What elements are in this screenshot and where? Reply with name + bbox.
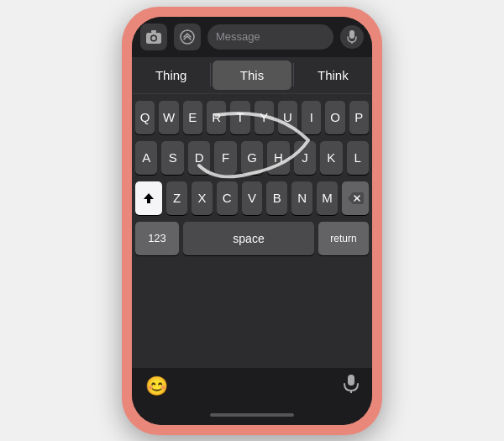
key-u[interactable]: U <box>278 101 297 134</box>
message-input[interactable]: Message <box>207 24 333 50</box>
key-l[interactable]: L <box>347 141 369 175</box>
key-delete[interactable] <box>342 181 369 215</box>
keyboard-row-bottom: 123 space return <box>135 222 369 255</box>
keyboard-row-2: A S D F G H J K L <box>135 141 369 175</box>
key-m[interactable]: M <box>317 181 338 215</box>
svg-rect-5 <box>349 30 354 39</box>
home-bar <box>210 413 294 417</box>
key-h[interactable]: H <box>267 141 289 175</box>
autocomplete-row: Thing This Think <box>132 57 372 94</box>
keyboard-row-3: Z X C V B N M <box>135 181 369 215</box>
key-space[interactable]: space <box>183 222 314 255</box>
app-icon[interactable] <box>174 24 201 50</box>
key-w[interactable]: W <box>159 101 178 134</box>
svg-point-2 <box>152 36 156 40</box>
autocomplete-this[interactable]: This <box>213 60 291 90</box>
key-e[interactable]: E <box>183 101 202 134</box>
home-indicator <box>132 405 372 425</box>
message-placeholder: Message <box>216 30 260 43</box>
autocomplete-thing[interactable]: Thing <box>132 57 210 93</box>
key-n[interactable]: N <box>291 181 312 215</box>
key-o[interactable]: O <box>325 101 344 134</box>
phone-frame: Message Thing This Think <box>122 7 382 435</box>
autocomplete-divider-left <box>210 63 211 87</box>
key-f[interactable]: F <box>214 141 236 175</box>
key-v[interactable]: V <box>242 181 263 215</box>
svg-rect-3 <box>151 30 156 33</box>
mic-icon-top[interactable] <box>340 25 364 49</box>
keyboard-row-1: Q W E R T Y U I O P <box>135 101 369 134</box>
key-k[interactable]: K <box>320 141 342 175</box>
top-bar: Message <box>132 17 372 57</box>
key-c[interactable]: C <box>217 181 238 215</box>
camera-icon[interactable] <box>140 24 167 50</box>
key-b[interactable]: B <box>266 181 287 215</box>
key-d[interactable]: D <box>188 141 210 175</box>
key-q[interactable]: Q <box>135 101 155 134</box>
svg-rect-9 <box>348 375 354 386</box>
key-z[interactable]: Z <box>166 181 187 215</box>
key-a[interactable]: A <box>135 141 157 175</box>
key-g[interactable]: G <box>241 141 263 175</box>
key-123[interactable]: 123 <box>135 222 179 255</box>
keyboard: Q W E R T Y U I O P A S D F G H J K <box>132 94 372 368</box>
key-return[interactable]: return <box>318 222 369 255</box>
phone-screen: Message Thing This Think <box>132 17 372 425</box>
bottom-dock: 😊 <box>132 368 372 405</box>
key-i[interactable]: I <box>302 101 321 134</box>
autocomplete-think[interactable]: Think <box>294 57 372 93</box>
key-shift[interactable] <box>135 181 162 215</box>
key-x[interactable]: X <box>192 181 213 215</box>
key-t[interactable]: T <box>230 101 249 134</box>
key-j[interactable]: J <box>294 141 316 175</box>
mic-icon-bottom[interactable] <box>344 375 359 398</box>
key-r[interactable]: R <box>207 101 226 134</box>
emoji-icon[interactable]: 😊 <box>145 375 168 397</box>
key-p[interactable]: P <box>349 101 369 134</box>
key-y[interactable]: Y <box>255 101 274 134</box>
key-s[interactable]: S <box>161 141 183 175</box>
